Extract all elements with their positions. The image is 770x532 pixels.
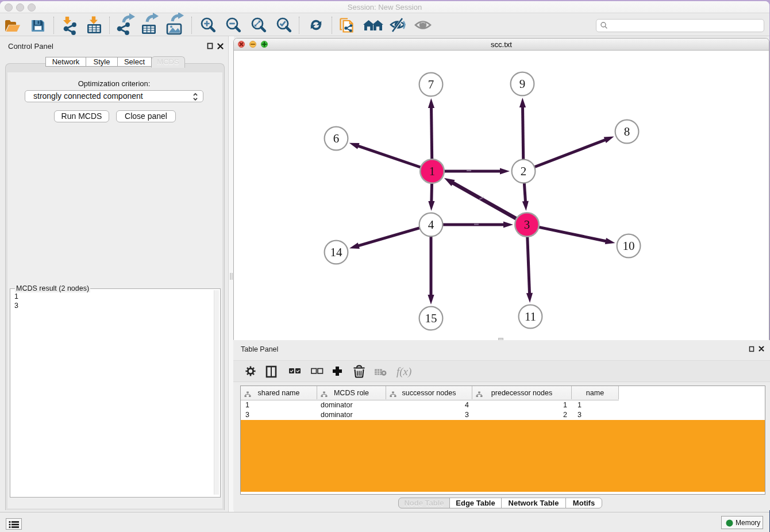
svg-text:4: 4 [428, 218, 434, 232]
svg-text:11: 11 [525, 310, 536, 323]
svg-text:14: 14 [330, 245, 343, 259]
svg-text:3: 3 [524, 218, 530, 232]
svg-text:2: 2 [521, 164, 527, 178]
svg-text:15: 15 [425, 311, 437, 325]
svg-text:7: 7 [428, 78, 434, 91]
svg-text:f(x): f(x) [396, 365, 411, 378]
svg-text:8: 8 [624, 125, 630, 138]
svg-text:1: 1 [429, 164, 436, 178]
svg-text:6: 6 [333, 132, 340, 145]
svg-text:10: 10 [623, 239, 635, 253]
svg-text:9: 9 [519, 77, 526, 91]
